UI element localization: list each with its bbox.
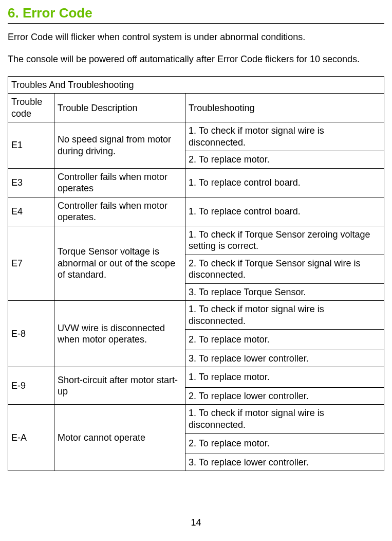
shoot-cell: 1. To replace control board. <box>185 197 384 226</box>
shoot-cell: 3. To replace lower controller. <box>185 454 384 471</box>
table-title: Troubles And Troubleshooting <box>8 76 384 94</box>
code-cell: E-8 <box>8 301 54 367</box>
intro-paragraph-2: The console will be powered off automati… <box>8 53 384 65</box>
code-cell: E4 <box>8 197 54 226</box>
shoot-cell: 1. To check if motor signal wire is disc… <box>185 301 384 330</box>
desc-cell: No speed signal from motor during drivin… <box>54 122 185 169</box>
code-cell: E-9 <box>8 367 54 405</box>
shoot-cell: 2. To replace motor. <box>185 330 384 350</box>
desc-cell: Torque Sensor voltage is abnormal or out… <box>54 226 185 301</box>
shoot-cell: 1. To check if motor signal wire is disc… <box>185 405 384 434</box>
shoot-cell: 1. To check if Torque Sensor zeroing vol… <box>185 226 384 255</box>
desc-cell: Short-circuit after motor start-up <box>54 367 185 405</box>
shoot-cell: 1. To check if motor signal wire is disc… <box>185 122 384 151</box>
header-description: Trouble Description <box>54 94 185 122</box>
table-header-row: Trouble code Trouble Description Trouble… <box>8 94 384 122</box>
desc-cell: Controller fails when motor operates <box>54 168 185 197</box>
code-cell: E-A <box>8 405 54 471</box>
table-row: E3 Controller fails when motor operates … <box>8 168 384 197</box>
code-cell: E1 <box>8 122 54 169</box>
shoot-cell: 2. To replace motor. <box>185 151 384 169</box>
section-heading: 6. Error Code <box>8 5 384 24</box>
shoot-cell: 2. To check if Torque Sensor signal wire… <box>185 255 384 283</box>
shoot-cell: 2. To replace motor. <box>185 434 384 454</box>
table-row: E-8 UVW wire is disconnected when motor … <box>8 301 384 330</box>
shoot-cell: 1. To replace motor. <box>185 367 384 388</box>
shoot-cell: 1. To replace control board. <box>185 168 384 197</box>
code-cell: E3 <box>8 168 54 197</box>
intro-paragraph-1: Error Code will flicker when control sys… <box>8 31 384 43</box>
troubleshooting-table: Troubles And Troubleshooting Trouble cod… <box>8 76 384 472</box>
shoot-cell: 3. To replace Torque Sensor. <box>185 283 384 301</box>
table-row: E-A Motor cannot operate 1. To check if … <box>8 405 384 434</box>
table-title-row: Troubles And Troubleshooting <box>8 76 384 94</box>
table-row: E4 Controller fails when motor operates.… <box>8 197 384 226</box>
desc-cell: UVW wire is disconnected when motor oper… <box>54 301 185 367</box>
header-troubleshooting: Troubleshooting <box>185 94 384 122</box>
table-row: E-9 Short-circuit after motor start-up 1… <box>8 367 384 388</box>
page-number: 14 <box>0 517 392 528</box>
code-cell: E7 <box>8 226 54 301</box>
desc-cell: Controller fails when motor operates. <box>54 197 185 226</box>
table-row: E1 No speed signal from motor during dri… <box>8 122 384 151</box>
shoot-cell: 3. To replace lower controller. <box>185 350 384 367</box>
table-row: E7 Torque Sensor voltage is abnormal or … <box>8 226 384 255</box>
shoot-cell: 2. To replace lower controller. <box>185 387 384 405</box>
header-code: Trouble code <box>8 94 54 122</box>
desc-cell: Motor cannot operate <box>54 405 185 471</box>
